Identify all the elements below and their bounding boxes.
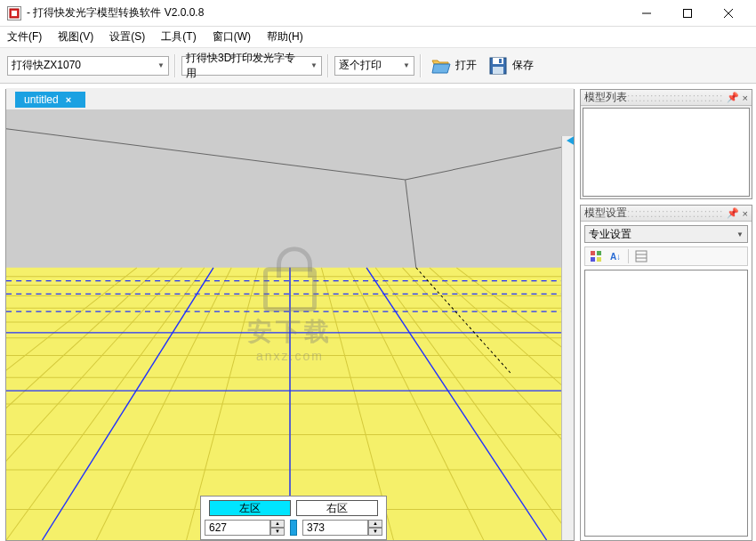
pin-icon[interactable]: 📌 — [727, 92, 739, 103]
menu-view[interactable]: 视图(V) — [58, 29, 93, 44]
zone-split-handle[interactable] — [290, 520, 297, 536]
mode-select-value: 逐个打印 — [339, 58, 382, 73]
svg-rect-52 — [597, 257, 601, 262]
viewport-3d[interactable]: 安下载 anxz.com 左区 右区 ▲▼ — [6, 109, 574, 540]
svg-rect-50 — [597, 251, 601, 255]
dropdown-arrow-icon: ▼ — [152, 61, 165, 69]
settings-profile-value: 专业设置 — [589, 227, 631, 242]
svg-rect-3 — [684, 9, 692, 17]
document-tab[interactable]: untitled × — [15, 92, 85, 108]
document-tab-label: untitled — [24, 93, 59, 106]
spin-down-icon[interactable]: ▼ — [270, 528, 285, 536]
zone-right-input[interactable] — [302, 520, 368, 536]
zone-left-value[interactable]: ▲▼ — [205, 520, 285, 536]
zone-panel: 左区 右区 ▲▼ ▲▼ — [200, 496, 387, 540]
save-button[interactable]: 保存 — [484, 53, 537, 78]
menu-file[interactable]: 文件(F) — [7, 29, 42, 44]
menu-bar: 文件(F) 视图(V) 设置(S) 工具(T) 窗口(W) 帮助(H) — [0, 27, 756, 48]
sort-az-icon[interactable]: A↓ — [608, 249, 623, 263]
properties-icon[interactable] — [634, 249, 648, 263]
zone-left-button[interactable]: 左区 — [209, 500, 291, 516]
menu-settings[interactable]: 设置(S) — [109, 29, 145, 44]
settings-property-grid[interactable] — [584, 270, 748, 537]
svg-rect-49 — [591, 251, 595, 255]
window-title: - 打得快发光字模型转换软件 V2.0.0.8 — [27, 5, 626, 20]
close-button[interactable] — [708, 1, 749, 26]
svg-rect-10 — [6, 109, 574, 268]
separator — [628, 249, 629, 263]
model-settings-title: 模型设置 — [584, 206, 627, 221]
maximize-button[interactable] — [667, 1, 708, 26]
mode-select[interactable]: 逐个打印 ▼ — [334, 56, 414, 76]
menu-help[interactable]: 帮助(H) — [267, 29, 303, 44]
dropdown-arrow-icon: ▼ — [305, 61, 318, 69]
profile-select[interactable]: 打得快3D打印发光字专用 ▼ — [181, 56, 322, 76]
panel-close-icon[interactable]: × — [743, 93, 748, 103]
save-icon — [487, 55, 509, 77]
title-bar: - 打得快发光字模型转换软件 V2.0.0.8 — [0, 0, 756, 27]
minimize-button[interactable] — [626, 1, 667, 26]
panel-close-icon[interactable]: × — [743, 208, 748, 219]
model-list-panel: 模型列表 :::::::::::::::::::::::::::::::::::… — [580, 89, 752, 199]
open-button-label: 打开 — [455, 58, 477, 73]
pin-icon[interactable]: 📌 — [727, 207, 739, 219]
model-settings-panel: 模型设置 :::::::::::::::::::::::::::::::::::… — [580, 205, 752, 541]
tab-close-icon[interactable]: × — [66, 94, 71, 105]
svg-rect-7 — [493, 58, 503, 64]
svg-rect-1 — [12, 11, 17, 16]
folder-open-icon — [430, 55, 452, 77]
categorize-icon[interactable] — [589, 249, 603, 263]
profile-select-value: 打得快3D打印发光字专用 — [186, 51, 305, 81]
spin-up-icon[interactable]: ▲ — [270, 520, 285, 528]
menu-tools[interactable]: 工具(T) — [161, 29, 196, 44]
model-list-body[interactable] — [583, 108, 750, 197]
printer-select[interactable]: 打得快ZX1070 ▼ — [7, 56, 169, 76]
app-icon — [7, 6, 21, 20]
zone-right-value[interactable]: ▲▼ — [302, 520, 382, 536]
model-list-title: 模型列表 — [584, 90, 627, 105]
printer-select-value: 打得快ZX1070 — [12, 58, 81, 73]
menu-window[interactable]: 窗口(W) — [213, 29, 251, 44]
dropdown-arrow-icon: ▼ — [736, 230, 744, 238]
dropdown-arrow-icon: ▼ — [398, 61, 410, 69]
right-sidebar: 模型列表 :::::::::::::::::::::::::::::::::::… — [575, 84, 756, 541]
svg-rect-51 — [591, 257, 595, 262]
zone-left-input[interactable] — [205, 520, 270, 536]
spin-down-icon[interactable]: ▼ — [368, 528, 382, 536]
settings-toolbar: A↓ — [584, 246, 748, 266]
svg-rect-53 — [636, 251, 647, 262]
svg-rect-9 — [493, 67, 503, 74]
svg-rect-8 — [499, 59, 502, 63]
settings-profile-select[interactable]: 专业设置 ▼ — [584, 225, 748, 243]
open-button[interactable]: 打开 — [427, 53, 480, 78]
toolbar-separator — [174, 54, 176, 77]
vertical-slider-thumb[interactable] — [567, 134, 574, 147]
save-button-label: 保存 — [512, 58, 534, 73]
toolbar-separator — [327, 54, 329, 77]
zone-right-button[interactable]: 右区 — [296, 500, 378, 516]
toolbar: 打得快ZX1070 ▼ 打得快3D打印发光字专用 ▼ 逐个打印 ▼ 打开 保存 — [0, 48, 756, 84]
toolbar-separator — [420, 54, 422, 77]
vertical-slider-rail[interactable] — [561, 136, 574, 540]
spin-up-icon[interactable]: ▲ — [368, 520, 382, 528]
viewport-panel: untitled × — [5, 89, 575, 541]
document-tabs: untitled × — [6, 88, 574, 108]
